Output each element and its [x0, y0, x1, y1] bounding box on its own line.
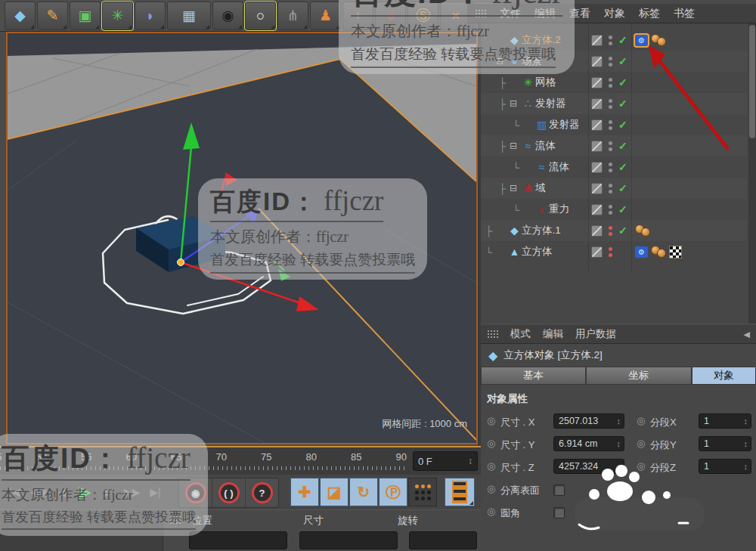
- stepper-icon[interactable]: ↕: [617, 439, 621, 448]
- layer-color-box[interactable]: [591, 119, 603, 131]
- tree-row[interactable]: └♁重力✓: [481, 199, 747, 220]
- tab-basic[interactable]: 基本: [481, 367, 586, 385]
- om-menu-item-1[interactable]: 编辑: [534, 7, 556, 20]
- next-key-button[interactable]: ▶▶: [120, 478, 144, 506]
- phong-tag-icon[interactable]: [651, 246, 666, 258]
- enabled-check-icon[interactable]: ✓: [618, 182, 631, 194]
- toolbar-light-button[interactable]: ○: [245, 2, 276, 30]
- toolbar-spline-pen-button[interactable]: ✎: [37, 2, 68, 30]
- tree-expand-toggle[interactable]: ⊟: [510, 98, 521, 109]
- visibility-dots[interactable]: [609, 57, 612, 67]
- tree-row[interactable]: ├⊟∴发射器✓: [481, 93, 747, 114]
- keyframe-circle-icon[interactable]: ◎: [637, 438, 645, 449]
- toolbar-character-button[interactable]: ♟: [310, 2, 341, 30]
- stepper-icon[interactable]: ↕: [617, 462, 621, 471]
- layer-color-box[interactable]: [591, 225, 603, 237]
- tree-row[interactable]: ├⊟≈流体✓: [481, 135, 747, 156]
- layer-color-box[interactable]: [591, 246, 603, 258]
- visibility-dots[interactable]: [609, 247, 612, 257]
- toolbar-sketch-material-button[interactable]: Ⓢ: [407, 2, 438, 30]
- segments-x-field[interactable]: 1↕: [699, 413, 751, 429]
- fillet-checkbox[interactable]: [553, 507, 565, 518]
- toolbar-simulate-button[interactable]: ⇓: [375, 2, 406, 30]
- goto-end-button[interactable]: ▶|: [144, 478, 167, 506]
- visibility-dots[interactable]: [609, 205, 612, 215]
- separate-surfaces-checkbox[interactable]: [553, 484, 565, 496]
- record-point-level-button[interactable]: [408, 478, 437, 506]
- rotation-field[interactable]: [409, 531, 477, 549]
- segments-z-field[interactable]: 1↕: [699, 459, 751, 474]
- layer-color-box[interactable]: [591, 141, 603, 152]
- toolbar-cube-primitive-button[interactable]: ◆: [5, 2, 36, 30]
- toolbar-make-editable-button[interactable]: ▣: [70, 2, 101, 30]
- record-rotation-button[interactable]: ↻: [349, 478, 378, 506]
- layer-color-box[interactable]: [591, 183, 603, 194]
- om-menu-item-3[interactable]: 对象: [604, 7, 625, 20]
- current-frame-field[interactable]: 0 F ↕: [413, 451, 478, 471]
- enabled-check-icon[interactable]: ✓: [618, 119, 631, 131]
- om-menu-item-0[interactable]: 文件: [500, 7, 521, 20]
- visibility-dots[interactable]: [609, 36, 612, 45]
- enabled-check-icon[interactable]: ✓: [618, 34, 631, 46]
- visibility-dots[interactable]: [609, 78, 612, 88]
- position-field[interactable]: [189, 531, 287, 549]
- autokeying-button[interactable]: ( ): [212, 478, 246, 507]
- size-field[interactable]: [299, 531, 398, 549]
- timeline-ruler[interactable]: 45505560657075808590: [0, 447, 408, 475]
- tree-row[interactable]: ├✳网格✓: [481, 72, 747, 93]
- tree-row[interactable]: └≈流体✓: [481, 156, 747, 178]
- material-manager[interactable]: [0, 509, 163, 551]
- keyframe-circle-icon[interactable]: ◎: [487, 460, 495, 472]
- tree-row[interactable]: ◆立方体.2✓⚙: [481, 29, 747, 51]
- toolbar-camera-button[interactable]: ◉: [212, 2, 243, 30]
- tree-row[interactable]: ├◆立方体.1✓: [481, 220, 747, 241]
- viewport[interactable]: 网格间距 : 1000 cm: [6, 32, 478, 444]
- enabled-check-icon[interactable]: ✓: [618, 140, 631, 152]
- attribute-grip-icon[interactable]: [487, 330, 498, 339]
- menubar-grip-icon[interactable]: [475, 9, 486, 18]
- keyframe-circle-icon[interactable]: ◎: [487, 438, 495, 449]
- play-button[interactable]: ▶: [73, 478, 97, 506]
- layer-color-box[interactable]: [591, 162, 603, 173]
- enabled-check-icon[interactable]: ✓: [618, 161, 631, 173]
- tree-expand-toggle[interactable]: ⊟: [510, 141, 521, 151]
- record-scale-button[interactable]: ◪: [320, 478, 349, 506]
- stepper-icon[interactable]: ↕: [744, 462, 748, 471]
- stepper-icon[interactable]: ↕: [744, 416, 748, 426]
- tree-row[interactable]: └▥发射器✓: [481, 114, 747, 135]
- record-keyframe-button[interactable]: ◉: [179, 478, 212, 507]
- texture-tag-icon[interactable]: [669, 246, 682, 258]
- enabled-check-icon[interactable]: ✓: [618, 76, 631, 88]
- xpresso-tag-icon[interactable]: ⚙: [635, 246, 648, 258]
- keyframe-circle-icon[interactable]: ◎: [487, 415, 495, 426]
- keyframe-circle-icon[interactable]: ◎: [637, 415, 645, 426]
- record-parameter-button[interactable]: Ⓟ: [379, 478, 407, 506]
- visibility-dots[interactable]: [609, 184, 612, 193]
- record-position-button[interactable]: ✚: [290, 478, 319, 506]
- size-z-field[interactable]: 4257.324↕: [553, 459, 624, 474]
- tree-expand-toggle[interactable]: ⊟: [510, 183, 521, 193]
- om-menu-item-5[interactable]: 书签: [674, 7, 695, 20]
- visibility-dots[interactable]: [609, 141, 612, 151]
- enabled-check-icon[interactable]: ✓: [618, 98, 631, 110]
- tree-row[interactable]: ├⊟⋔域✓: [481, 178, 747, 199]
- layer-color-box[interactable]: [591, 35, 603, 46]
- enabled-check-icon[interactable]: ✓: [618, 224, 631, 237]
- layer-color-box[interactable]: [591, 204, 603, 215]
- toolbar-axis-tool-button[interactable]: +: [342, 2, 373, 30]
- toolbar-floor-environment-button[interactable]: ▦: [167, 2, 211, 30]
- prev-key-button[interactable]: ◀◀: [26, 478, 50, 506]
- enabled-check-icon[interactable]: ✓: [618, 203, 631, 215]
- toolbar-joint-button[interactable]: ⋔: [277, 2, 308, 30]
- om-menu-item-4[interactable]: 标签: [639, 7, 660, 20]
- attribute-menu-item-0[interactable]: 模式: [510, 327, 531, 341]
- layer-color-box[interactable]: [591, 56, 603, 67]
- toolbar-deformer-button[interactable]: ◗: [135, 2, 166, 30]
- stepper-icon[interactable]: ↕: [744, 439, 748, 448]
- prev-frame-button[interactable]: ◀: [50, 478, 73, 506]
- tab-object[interactable]: 对象: [692, 367, 756, 385]
- keying-help-button[interactable]: ?: [246, 478, 278, 507]
- segments-y-field[interactable]: 1↕: [699, 436, 751, 451]
- panel-back-icon[interactable]: ◀: [744, 330, 750, 339]
- attribute-menu-item-2[interactable]: 用户数据: [575, 327, 616, 341]
